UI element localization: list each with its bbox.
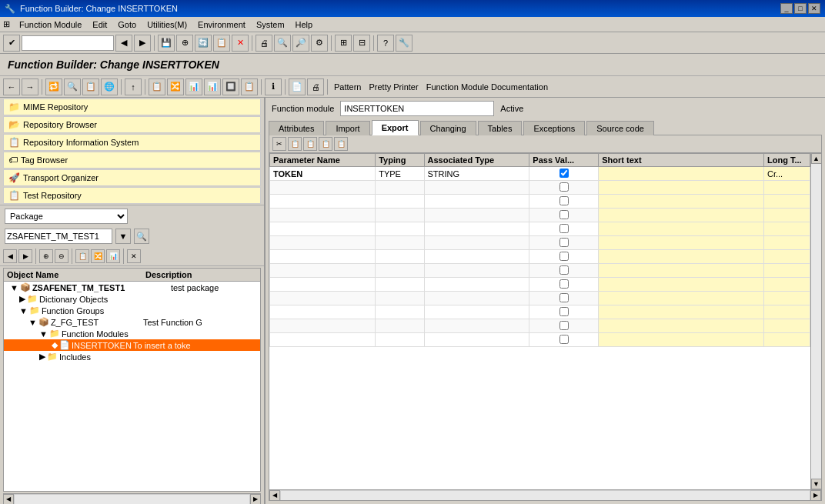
cell-param-name[interactable]: TOKEN — [270, 167, 376, 181]
cell-long-text[interactable] — [764, 264, 810, 278]
hscroll-track[interactable] — [280, 490, 810, 501]
cell-typing[interactable] — [376, 292, 424, 305]
cell-param-name[interactable] — [270, 209, 376, 222]
shortcut-button[interactable]: ⊕ — [176, 35, 193, 52]
nav-transport-organizer[interactable]: 🚀 Transport Organizer — [3, 169, 261, 186]
cell-short-text[interactable] — [599, 292, 764, 305]
nav-t2[interactable]: ⊖ — [55, 249, 68, 263]
activate-btn[interactable]: 🔁 — [45, 78, 62, 95]
find-next-button[interactable]: 🔎 — [292, 35, 309, 52]
cell-pass-val[interactable] — [529, 222, 599, 236]
cell-assoc-type[interactable] — [424, 264, 529, 278]
t4[interactable]: 📊 — [204, 78, 221, 95]
settings-button[interactable]: ⚙ — [311, 35, 328, 52]
nav-repository-browser[interactable]: 📂 Repository Browser — [3, 116, 261, 133]
cell-pass-val[interactable] — [529, 264, 599, 278]
cell-short-text[interactable] — [599, 264, 764, 278]
pass-val-checkbox[interactable] — [559, 307, 569, 316]
cell-assoc-type[interactable]: STRING — [424, 167, 529, 181]
pass-val-checkbox[interactable] — [559, 196, 569, 205]
nav-repo-info[interactable]: 📋 Repository Information System — [3, 134, 261, 151]
cell-param-name[interactable] — [270, 319, 376, 333]
nav-test-repository[interactable]: 📋 Test Repository — [3, 187, 261, 204]
forward-btn[interactable]: → — [22, 78, 38, 95]
t7[interactable]: 📄 — [289, 78, 306, 95]
menu-environment[interactable]: Environment — [193, 18, 250, 31]
nav-t3[interactable]: 📋 — [75, 249, 89, 263]
tab-source-code[interactable]: Source code — [586, 121, 654, 135]
back-button[interactable]: ← — [3, 78, 20, 95]
t2[interactable]: 🔀 — [167, 78, 184, 95]
t5[interactable]: 🔲 — [222, 78, 239, 95]
cell-pass-val[interactable] — [529, 278, 599, 292]
pass-val-checkbox[interactable] — [559, 224, 569, 233]
table-paste-btn[interactable]: 📋 — [303, 137, 317, 151]
cell-long-text[interactable] — [764, 305, 810, 319]
cell-pass-val[interactable] — [529, 209, 599, 222]
menu-utilities[interactable]: Utilities(M) — [142, 18, 192, 31]
cell-typing[interactable] — [376, 305, 424, 319]
cell-pass-val[interactable] — [529, 319, 599, 333]
table-copy-btn[interactable]: 📋 — [288, 137, 302, 151]
nav-t5[interactable]: 📊 — [106, 249, 120, 263]
cell-long-text[interactable] — [764, 209, 810, 222]
nav-t1[interactable]: ⊕ — [39, 249, 53, 263]
ref-btn[interactable]: 🌐 — [101, 78, 118, 95]
cell-param-name[interactable] — [270, 222, 376, 236]
fm-input[interactable] — [340, 101, 494, 116]
copy-button[interactable]: 📋 — [213, 35, 230, 52]
pass-val-checkbox[interactable] — [559, 182, 569, 192]
cell-long-text[interactable]: Cr... — [764, 167, 810, 181]
tab-attributes[interactable]: Attributes — [269, 121, 324, 135]
maximize-button[interactable]: □ — [794, 3, 807, 14]
nav-mime-repository[interactable]: 📁 MIME Repository — [3, 98, 261, 115]
cell-long-text[interactable] — [764, 333, 810, 347]
hscroll-right-btn[interactable]: ▶ — [810, 490, 821, 501]
cell-long-text[interactable] — [764, 236, 810, 250]
cell-long-text[interactable] — [764, 250, 810, 264]
menu-function-module[interactable]: Function Module — [15, 18, 86, 31]
tree-row-includes[interactable]: ▶ 📁 Includes — [4, 351, 260, 362]
table-cut-btn[interactable]: ✂ — [272, 137, 286, 151]
close-button[interactable]: ✕ — [808, 3, 820, 14]
nav-back-button[interactable]: ◀ — [115, 35, 132, 52]
cell-param-name[interactable] — [270, 236, 376, 250]
package-select[interactable]: Package — [5, 209, 128, 224]
cell-long-text[interactable] — [764, 278, 810, 292]
cell-typing[interactable] — [376, 236, 424, 250]
cell-pass-val[interactable] — [529, 333, 599, 347]
help-button[interactable]: ? — [377, 35, 394, 52]
tree-row-inserttoken[interactable]: ◆ 📄 INSERTTOKEN To insert a toke — [4, 339, 260, 351]
cell-typing[interactable] — [376, 278, 424, 292]
t3[interactable]: 📊 — [185, 78, 202, 95]
tab-import[interactable]: Import — [326, 121, 369, 135]
cell-typing[interactable] — [376, 333, 424, 347]
pass-val-checkbox[interactable] — [559, 169, 569, 178]
cell-short-text[interactable] — [599, 278, 764, 292]
scroll-up-btn[interactable]: ▲ — [811, 153, 822, 164]
cell-param-name[interactable] — [270, 292, 376, 305]
cell-short-text[interactable] — [599, 195, 764, 209]
cell-typing[interactable]: TYPE — [376, 167, 424, 181]
menu-help[interactable]: Help — [291, 18, 318, 31]
find-button[interactable]: 🔍 — [274, 35, 291, 52]
scroll-track[interactable] — [811, 164, 822, 479]
cell-long-text[interactable] — [764, 222, 810, 236]
cell-assoc-type[interactable] — [424, 250, 529, 264]
nav-next-btn[interactable]: ▶ — [18, 249, 32, 263]
nav-t6[interactable]: ✕ — [127, 249, 141, 263]
cell-assoc-type[interactable] — [424, 319, 529, 333]
t8[interactable]: 🖨 — [307, 78, 324, 95]
copy-btn2[interactable]: 📋 — [82, 78, 99, 95]
minimize-button[interactable]: _ — [780, 3, 793, 14]
pass-val-checkbox[interactable] — [559, 265, 569, 275]
tree-scroll-left[interactable]: ◀ — [3, 494, 14, 505]
cell-assoc-type[interactable] — [424, 181, 529, 195]
command-input[interactable] — [22, 35, 114, 51]
cell-pass-val[interactable] — [529, 195, 599, 209]
pass-val-checkbox[interactable] — [559, 335, 569, 344]
table-t5[interactable]: 📋 — [334, 137, 348, 151]
tree-row-funcgroups[interactable]: ▼ 📁 Function Groups — [4, 305, 260, 316]
cell-pass-val[interactable] — [529, 167, 599, 181]
tab-export[interactable]: Export — [372, 120, 419, 135]
